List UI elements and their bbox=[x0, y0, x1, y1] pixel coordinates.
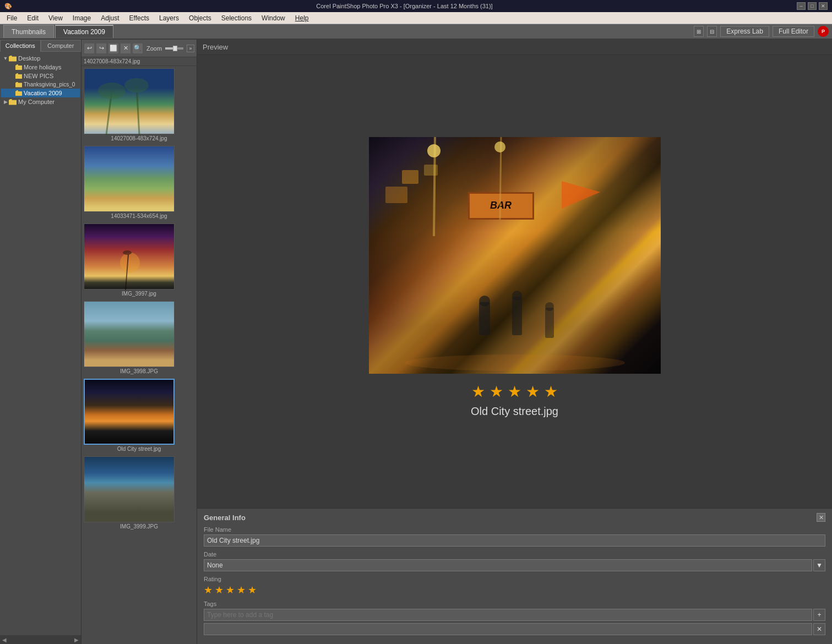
info-close-button[interactable]: ✕ bbox=[817, 513, 825, 522]
sidebar-tab-computer[interactable]: Computer bbox=[41, 40, 81, 52]
sidebar-item-more-holidays[interactable]: More holidays bbox=[1, 63, 80, 72]
sidebar-item-desktop[interactable]: ▼ Desktop bbox=[1, 54, 80, 63]
info-label-date: Date bbox=[204, 551, 825, 558]
zoom-slider-thumb[interactable] bbox=[173, 46, 177, 51]
app: Thumbnails Vacation 2009 ⊞ ⊟ Express Lab… bbox=[0, 24, 832, 644]
view-toggle-list[interactable]: ⊟ bbox=[707, 26, 717, 37]
info-input-tags[interactable] bbox=[204, 609, 812, 621]
menu-effects[interactable]: Effects bbox=[125, 13, 154, 23]
thumb-img-3[interactable] bbox=[84, 223, 175, 290]
thumb-tool-1[interactable]: ↩ bbox=[84, 43, 95, 54]
preview-star-2[interactable]: ★ bbox=[490, 383, 503, 401]
info-input-filename[interactable] bbox=[204, 534, 825, 547]
thumb-img-5[interactable] bbox=[84, 379, 175, 445]
thumb-sunset-img bbox=[84, 224, 174, 289]
thumb-img-2[interactable] bbox=[84, 146, 175, 212]
menu-view[interactable]: View bbox=[44, 13, 67, 23]
tabsbar: Thumbnails Vacation 2009 ⊞ ⊟ Express Lab… bbox=[0, 24, 832, 40]
menu-window[interactable]: Window bbox=[257, 13, 290, 23]
sidebar-label-new-pics: NEW PICS bbox=[24, 73, 53, 79]
tab-thumbnails[interactable]: Thumbnails bbox=[3, 25, 54, 38]
scroll-left-arrow[interactable]: ◀ bbox=[2, 637, 7, 643]
info-panel-header: General Info ✕ bbox=[204, 513, 825, 522]
tab-vacation2009[interactable]: Vacation 2009 bbox=[55, 25, 113, 38]
thumb-expand-button[interactable]: » bbox=[187, 45, 194, 52]
sidebar-item-vacation2009[interactable]: Vacation 2009 bbox=[1, 89, 80, 97]
thumb-item-2[interactable]: 14033471-534x654.jpg bbox=[84, 146, 194, 219]
preview-header: Preview bbox=[197, 40, 832, 55]
full-editor-button[interactable]: Full Editor bbox=[773, 26, 814, 37]
thumb-img-1[interactable] bbox=[84, 68, 175, 134]
sidebar-item-thanksgiving[interactable]: Thanksgiving_pics_0 bbox=[1, 80, 80, 89]
info-star-4[interactable]: ★ bbox=[237, 584, 246, 596]
sidebar-label-thanksgiving: Thanksgiving_pics_0 bbox=[24, 81, 75, 88]
info-row-tags: Tags + ✕ bbox=[204, 601, 825, 635]
sidebar-item-mycomputer[interactable]: ▶ My Computer bbox=[1, 97, 80, 106]
thumb-list: 14027008-483x724.jpg 14033471-534x654.jp… bbox=[81, 66, 197, 644]
info-tags-delete-input[interactable] bbox=[204, 623, 812, 635]
info-tags-add-button[interactable]: + bbox=[813, 609, 825, 621]
menu-file[interactable]: File bbox=[2, 13, 21, 23]
express-lab-button[interactable]: Express Lab bbox=[720, 26, 769, 37]
thumb-item-4[interactable]: IMG_3998.JPG bbox=[84, 301, 194, 374]
thumb-item-5[interactable]: Old City street.jpg bbox=[84, 379, 194, 452]
menu-adjust[interactable]: Adjust bbox=[96, 13, 123, 23]
folder-icon-more-holidays bbox=[15, 64, 22, 70]
menu-selections[interactable]: Selections bbox=[217, 13, 256, 23]
minimize-button[interactable]: – bbox=[797, 2, 806, 10]
preview-star-5[interactable]: ★ bbox=[544, 383, 558, 401]
sidebar: Collections Computer ▼ Desktop More holi… bbox=[0, 40, 81, 644]
menu-edit[interactable]: Edit bbox=[23, 13, 43, 23]
thumb-tool-3[interactable]: ⬜ bbox=[108, 43, 119, 54]
sidebar-item-new-pics[interactable]: NEW PICS bbox=[1, 72, 80, 80]
maximize-button[interactable]: □ bbox=[808, 2, 817, 10]
thumb-tool-4[interactable]: ✕ bbox=[120, 43, 131, 54]
view-toggle-grid[interactable]: ⊞ bbox=[694, 26, 704, 37]
thumb-label-4: IMG_3998.JPG bbox=[84, 368, 194, 374]
preview-star-4[interactable]: ★ bbox=[526, 383, 540, 401]
menu-objects[interactable]: Objects bbox=[184, 13, 216, 23]
thumb-label-5: Old City street.jpg bbox=[84, 446, 194, 452]
zoom-slider[interactable] bbox=[165, 47, 183, 50]
thumb-label-1: 14027008-483x724.jpg bbox=[84, 135, 194, 141]
info-label-filename: File Name bbox=[204, 526, 825, 533]
info-star-3[interactable]: ★ bbox=[226, 584, 235, 596]
thumb-label-2: 14033471-534x654.jpg bbox=[84, 213, 194, 219]
thumb-rocks-img bbox=[84, 457, 174, 522]
thumb-item-1[interactable]: 14027008-483x724.jpg bbox=[84, 68, 194, 141]
sidebar-tabs: Collections Computer bbox=[0, 40, 81, 52]
preview-star-3[interactable]: ★ bbox=[508, 383, 521, 401]
menu-help[interactable]: Help bbox=[291, 13, 313, 23]
preview-star-1[interactable]: ★ bbox=[471, 383, 485, 401]
preview-overlay bbox=[369, 137, 661, 374]
folder-icon-mycomputer bbox=[9, 99, 17, 105]
preview-panel: Preview BAR bbox=[197, 40, 832, 644]
svg-point-3 bbox=[124, 78, 149, 92]
info-star-1[interactable]: ★ bbox=[204, 584, 213, 596]
scroll-right-arrow[interactable]: ▶ bbox=[74, 637, 79, 643]
preview-bar-sign: BAR bbox=[468, 192, 534, 220]
titlebar-title: Corel PaintShop Photo Pro X3 - [Organize… bbox=[12, 3, 797, 9]
info-star-2[interactable]: ★ bbox=[215, 584, 224, 596]
close-button[interactable]: ✕ bbox=[819, 2, 828, 10]
thumb-landscape-img bbox=[84, 302, 174, 367]
info-input-date[interactable] bbox=[204, 559, 812, 571]
info-star-5[interactable]: ★ bbox=[248, 584, 257, 596]
thumb-img-4[interactable] bbox=[84, 301, 175, 367]
info-date-picker-button[interactable]: ▼ bbox=[813, 559, 825, 571]
info-tags-delete-button[interactable]: ✕ bbox=[813, 623, 825, 635]
folder-icon-thanksgiving bbox=[15, 82, 22, 88]
thumb-tool-5[interactable]: 🔍 bbox=[132, 43, 143, 54]
thumb-tool-2[interactable]: ↪ bbox=[96, 43, 107, 54]
menu-image[interactable]: Image bbox=[68, 13, 95, 23]
sidebar-label-more-holidays: More holidays bbox=[24, 64, 61, 70]
thumb-img-6[interactable] bbox=[84, 456, 175, 522]
thumb-toolbar: ↩ ↪ ⬜ ✕ 🔍 Zoom » bbox=[81, 40, 197, 57]
sidebar-tab-collections[interactable]: Collections bbox=[0, 40, 41, 52]
folder-icon-new-pics bbox=[15, 73, 22, 79]
info-row-rating: Rating ★ ★ ★ ★ ★ bbox=[204, 576, 825, 596]
thumb-item-3[interactable]: IMG_3997.jpg bbox=[84, 223, 194, 297]
thumb-item-6[interactable]: IMG_3999.JPG bbox=[84, 456, 194, 530]
menu-layers[interactable]: Layers bbox=[155, 13, 183, 23]
sidebar-bottom: ◀ ▶ bbox=[0, 635, 81, 644]
